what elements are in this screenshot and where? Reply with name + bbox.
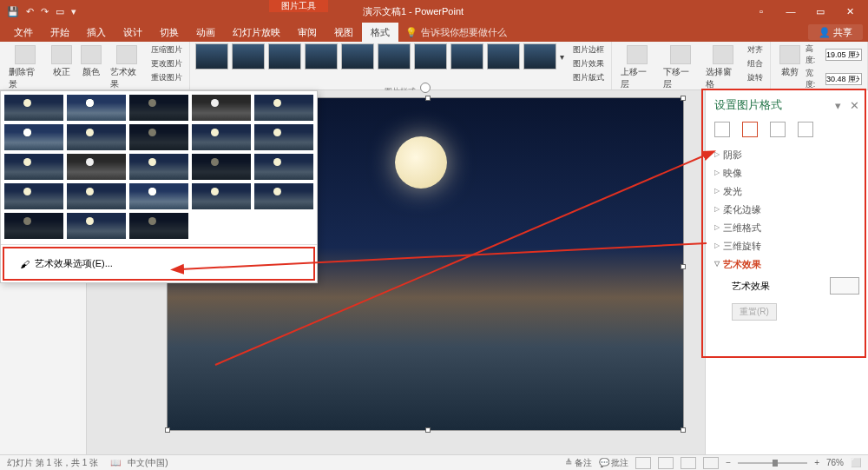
redo-icon[interactable]: ↷ (41, 6, 49, 17)
tab-transitions[interactable]: 切换 (151, 23, 187, 42)
style-item[interactable] (450, 43, 483, 70)
ribbon-options-icon[interactable]: ▫ (748, 6, 774, 17)
effect-thumbnail[interactable] (129, 124, 188, 150)
qat-more-icon[interactable]: ▾ (71, 6, 76, 17)
effect-thumbnail[interactable] (67, 95, 126, 121)
glow-section[interactable]: 发光 (714, 182, 859, 201)
comments-button[interactable]: 💬 批注 (599, 457, 629, 469)
save-icon[interactable]: 💾 (7, 6, 19, 17)
panel-dropdown-icon[interactable]: ▾ (835, 99, 841, 112)
height-input[interactable] (825, 49, 862, 61)
tab-slideshow[interactable]: 幻灯片放映 (224, 23, 289, 42)
reset-picture-button[interactable]: 重设图片 (149, 71, 184, 84)
artistic-effects-section[interactable]: 艺术效果 (714, 255, 859, 274)
effect-thumbnail[interactable] (4, 124, 63, 150)
zoom-slider[interactable] (738, 462, 807, 464)
change-picture-button[interactable]: 更改图片 (149, 57, 184, 70)
zoom-level[interactable]: 76% (826, 458, 844, 467)
effect-thumbnail[interactable] (254, 154, 313, 180)
tab-file[interactable]: 文件 (5, 23, 42, 42)
resize-handle[interactable] (165, 427, 170, 433)
effect-thumbnail[interactable] (67, 154, 126, 180)
group-button[interactable]: 组合 (746, 57, 765, 70)
start-slideshow-icon[interactable]: ▭ (56, 6, 64, 17)
style-item[interactable] (305, 43, 338, 70)
effect-thumbnail[interactable] (254, 124, 313, 150)
artistic-effects-button[interactable]: 艺术效果 (107, 43, 148, 92)
effect-thumbnail[interactable] (129, 213, 188, 239)
color-button[interactable]: 颜色 (77, 43, 105, 80)
fill-icon[interactable] (714, 122, 730, 137)
resize-handle[interactable] (425, 427, 431, 433)
effect-thumbnail[interactable] (67, 213, 126, 239)
effect-thumbnail[interactable] (129, 183, 188, 209)
style-item[interactable] (195, 43, 228, 70)
style-item[interactable] (487, 43, 520, 70)
artistic-effect-dropdown[interactable] (830, 277, 859, 295)
tab-format[interactable]: 格式 (362, 23, 398, 42)
reflection-section[interactable]: 映像 (714, 164, 859, 182)
picture-layout-button[interactable]: 图片版式 (571, 71, 606, 84)
style-item[interactable] (414, 43, 447, 70)
style-item[interactable] (341, 43, 374, 70)
picture-styles-gallery[interactable]: ▾ (195, 43, 564, 70)
close-button[interactable]: ✕ (837, 6, 863, 17)
resize-handle[interactable] (681, 96, 686, 101)
tab-design[interactable]: 设计 (115, 23, 151, 42)
fit-to-window-button[interactable]: ⬜ (851, 458, 861, 467)
share-button[interactable]: 👤 共享 (808, 24, 863, 40)
effect-thumbnail[interactable] (129, 95, 188, 121)
soft-edges-section[interactable]: 柔化边缘 (714, 201, 859, 219)
shadow-section[interactable]: 阴影 (714, 146, 859, 164)
spellcheck-icon[interactable]: 📖 (110, 458, 121, 467)
picture-icon[interactable] (798, 122, 813, 137)
language-indicator[interactable]: 中文(中国) (128, 457, 168, 469)
style-item[interactable] (268, 43, 301, 70)
resize-handle[interactable] (425, 96, 431, 101)
effect-thumbnail[interactable] (192, 124, 251, 150)
sorter-view-button[interactable] (658, 457, 674, 469)
tab-insert[interactable]: 插入 (78, 23, 115, 42)
effect-thumbnail[interactable] (192, 154, 251, 180)
corrections-button[interactable]: 校正 (48, 43, 76, 80)
style-item[interactable] (523, 43, 556, 70)
reading-view-button[interactable] (681, 457, 696, 469)
effect-thumbnail[interactable] (254, 95, 313, 121)
resize-handle[interactable] (681, 264, 686, 269)
undo-icon[interactable]: ↶ (26, 6, 34, 17)
align-button[interactable]: 对齐 (746, 43, 765, 56)
3d-format-section[interactable]: 三维格式 (714, 219, 859, 237)
selection-pane-button[interactable]: 选择窗格 (702, 43, 743, 92)
effect-thumbnail[interactable] (192, 95, 251, 121)
normal-view-button[interactable] (635, 457, 651, 469)
effect-thumbnail[interactable] (192, 183, 251, 209)
panel-close-icon[interactable]: ✕ (850, 99, 859, 112)
tab-view[interactable]: 视图 (326, 23, 362, 42)
slideshow-view-button[interactable] (703, 457, 719, 469)
tab-animations[interactable]: 动画 (187, 23, 224, 42)
tell-me[interactable]: 💡 告诉我你想要做什么 (405, 26, 507, 39)
picture-border-button[interactable]: 图片边框 (571, 43, 606, 56)
bring-forward-button[interactable]: 上移一层 (617, 43, 658, 92)
compress-pictures-button[interactable]: 压缩图片 (149, 43, 184, 56)
effect-thumbnail[interactable] (67, 183, 126, 209)
effect-thumbnail[interactable] (4, 183, 63, 209)
gallery-more-icon[interactable]: ▾ (560, 52, 564, 62)
zoom-out-button[interactable]: − (726, 458, 731, 467)
3d-rotation-section[interactable]: 三维旋转 (714, 237, 859, 255)
tab-home[interactable]: 开始 (42, 23, 78, 42)
style-item[interactable] (232, 43, 265, 70)
effect-thumbnail[interactable] (4, 154, 63, 180)
crop-button[interactable]: 裁剪 (776, 43, 804, 80)
size-properties-icon[interactable] (770, 122, 786, 137)
zoom-in-button[interactable]: + (814, 458, 819, 467)
rotate-button[interactable]: 旋转 (746, 71, 765, 84)
effect-thumbnail[interactable] (254, 183, 313, 209)
effect-thumbnail[interactable] (67, 124, 126, 150)
effect-thumbnail[interactable] (4, 95, 63, 121)
minimize-button[interactable]: — (778, 6, 804, 17)
resize-handle[interactable] (681, 427, 686, 433)
tab-review[interactable]: 审阅 (289, 23, 326, 42)
rotate-handle[interactable] (420, 83, 431, 93)
effect-thumbnail[interactable] (129, 154, 188, 180)
